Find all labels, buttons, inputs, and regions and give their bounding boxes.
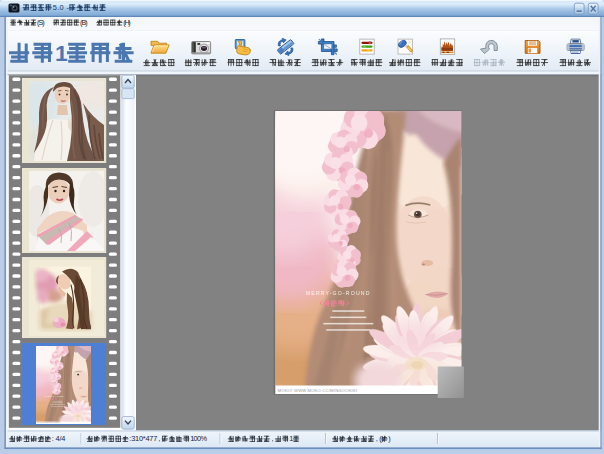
svg-text:1: 1 bbox=[289, 434, 293, 443]
svg-text::310*477: :310*477 bbox=[129, 434, 157, 443]
svg-text:1: 1 bbox=[55, 40, 68, 66]
svg-text:100%: 100% bbox=[190, 434, 207, 443]
svg-text:(B): (B) bbox=[80, 18, 88, 27]
svg-text:5.0 -: 5.0 - bbox=[53, 3, 70, 12]
svg-text:(S): (S) bbox=[37, 18, 45, 27]
svg-text:(H): (H) bbox=[123, 18, 131, 27]
svg-text:): ) bbox=[388, 434, 390, 443]
svg-text:: 4/4: : 4/4 bbox=[52, 434, 65, 443]
